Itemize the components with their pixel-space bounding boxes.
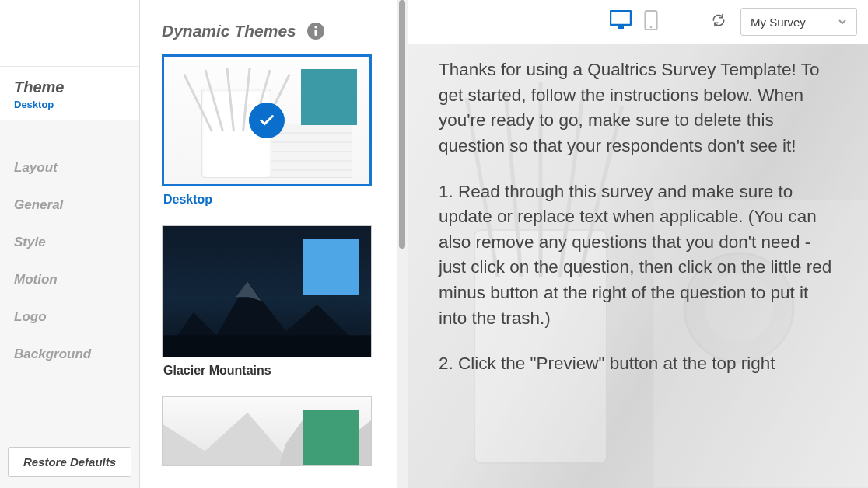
preview-body: Thanks for using a Qualtrics Survey Temp… [408,44,868,488]
sidebar-item-general[interactable]: General [0,186,139,224]
theme-card-glacier[interactable]: Glacier Mountains [162,225,372,389]
sidebar-spacer [0,0,139,66]
sidebar-item-motion[interactable]: Motion [0,261,139,298]
sidebar-active-title: Theme [14,78,125,96]
theme-thumb-third [162,396,372,466]
svg-point-10 [650,26,653,29]
theme-card-desktop[interactable]: Desktop [162,54,372,218]
preview-text: Thanks for using a Qualtrics Survey Temp… [408,44,868,428]
theme-thumb-glacier [162,225,372,357]
sidebar-active-subtitle: Desktop [14,99,125,110]
panel-divider[interactable] [397,0,408,488]
restore-defaults-button[interactable]: Restore Defaults [8,447,131,477]
sidebar-item-theme[interactable]: Theme Desktop [0,66,139,120]
preview-paragraph: 1. Read through this survey and make sur… [439,180,837,332]
survey-preview: My Survey Thanks for u [408,0,868,488]
theme-panel: Dynamic Themes Desktop [140,0,397,488]
sidebar-item-logo[interactable]: Logo [0,298,139,336]
theme-label: Desktop [162,186,372,218]
sidebar-nav: Layout General Style Motion Logo Backgro… [0,120,139,373]
sidebar-item-layout[interactable]: Layout [0,149,139,186]
preview-paragraph: Thanks for using a Qualtrics Survey Temp… [439,58,837,159]
survey-select-value: My Survey [751,16,806,29]
svg-point-0 [314,26,317,28]
theme-swatch [303,410,359,465]
info-icon[interactable] [307,23,324,40]
svg-rect-7 [611,11,631,25]
sidebar-left: Theme Desktop Layout General Style Motio… [0,0,140,488]
mobile-device-icon[interactable] [644,10,658,33]
refresh-icon[interactable] [711,12,726,31]
svg-rect-8 [618,26,624,29]
theme-swatch [303,239,359,295]
desktop-device-icon[interactable] [610,10,632,33]
svg-rect-4 [163,335,371,357]
theme-swatch [301,69,357,125]
svg-rect-1 [314,30,317,36]
preview-topbar: My Survey [408,0,868,44]
svg-marker-5 [163,413,294,466]
theme-panel-title: Dynamic Themes [162,22,296,40]
theme-label: Glacier Mountains [162,357,372,389]
chevron-down-icon [838,16,847,29]
scrollbar-thumb[interactable] [399,0,405,249]
theme-card-third[interactable] [162,396,372,466]
check-icon [249,103,285,138]
theme-thumb-desktop [162,54,372,186]
sidebar-item-background[interactable]: Background [0,336,139,373]
preview-paragraph: 2. Click the "Preview" button at the top… [439,351,837,377]
sidebar-item-style[interactable]: Style [0,224,139,261]
survey-select[interactable]: My Survey [740,8,857,36]
